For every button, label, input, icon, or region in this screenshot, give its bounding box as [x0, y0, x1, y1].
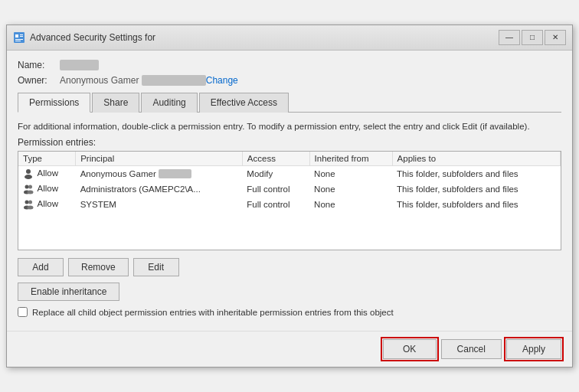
ok-button[interactable]: OK	[383, 339, 437, 359]
edit-button[interactable]: Edit	[133, 258, 179, 276]
owner-row: Owner: Anonymous Gamer Change	[18, 75, 561, 86]
row3-inherited: None	[309, 197, 392, 212]
tab-auditing[interactable]: Auditing	[141, 93, 197, 113]
change-link[interactable]: Change	[206, 75, 238, 86]
row2-principal: Administrators (GAMEPC2\A...	[76, 181, 243, 197]
tab-effective-access[interactable]: Effective Access	[199, 93, 289, 113]
name-row: Name:	[18, 60, 561, 70]
svg-rect-2	[20, 34, 23, 35]
permissions-table-container: Type Principal Access Inherited from App…	[18, 151, 561, 250]
col-principal: Principal	[76, 152, 243, 166]
svg-point-9	[28, 185, 32, 189]
close-button[interactable]: ✕	[545, 30, 566, 45]
title-bar-controls: — □ ✕	[499, 30, 566, 45]
user-group-icon	[23, 184, 34, 194]
permission-entries-label: Permission entries:	[18, 137, 561, 148]
window-icon	[13, 31, 25, 44]
row2-inherited: None	[309, 181, 392, 197]
title-bar-left: Advanced Security Settings for	[13, 31, 221, 44]
tab-permissions[interactable]: Permissions	[18, 93, 90, 113]
replace-permissions-checkbox[interactable]	[18, 307, 28, 317]
tab-share[interactable]: Share	[92, 93, 139, 113]
inheritance-btn-row: Enable inheritance	[18, 283, 561, 301]
svg-rect-4	[15, 39, 23, 40]
svg-point-13	[28, 201, 32, 204]
permissions-table: Type Principal Access Inherited from App…	[18, 152, 561, 212]
col-applies-to: Applies to	[392, 152, 560, 166]
info-text: For additional information, double-click…	[18, 120, 561, 132]
row3-access: Full control	[242, 197, 309, 212]
remove-button[interactable]: Remove	[68, 258, 129, 276]
row3-type: Allow	[18, 197, 76, 212]
owner-label: Owner:	[18, 75, 60, 86]
minimize-button[interactable]: —	[499, 30, 520, 45]
name-label: Name:	[18, 60, 60, 70]
apply-button[interactable]: Apply	[506, 339, 561, 359]
row1-applies-to: This folder, subfolders and files	[392, 166, 560, 182]
row1-principal-redacted	[159, 169, 191, 178]
svg-point-7	[25, 175, 32, 179]
row3-principal: SYSTEM	[76, 197, 243, 212]
action-buttons-row: Add Remove Edit	[18, 258, 561, 276]
user-single-icon	[23, 168, 34, 179]
table-header-row: Type Principal Access Inherited from App…	[18, 152, 561, 166]
owner-name: Anonymous Gamer	[60, 75, 139, 86]
table-row[interactable]: Allow Administrators (GAMEPC2\A... Full …	[18, 181, 561, 197]
dialog-content: Name: Owner: Anonymous Gamer Change Perm…	[7, 51, 572, 326]
col-type: Type	[18, 152, 76, 166]
row1-inherited: None	[309, 166, 392, 182]
name-value	[60, 60, 99, 70]
col-access: Access	[242, 152, 309, 166]
col-inherited-from: Inherited from	[309, 152, 392, 166]
svg-point-15	[28, 206, 34, 210]
maximize-button[interactable]: □	[522, 30, 543, 45]
table-row[interactable]: Allow SYSTEM Full control None This fold…	[18, 197, 561, 212]
add-button[interactable]: Add	[18, 258, 64, 276]
row2-type: Allow	[18, 181, 76, 197]
row3-applies-to: This folder, subfolders and files	[392, 197, 560, 212]
row1-type: Allow	[18, 166, 76, 182]
svg-point-11	[28, 191, 34, 194]
enable-inheritance-button[interactable]: Enable inheritance	[18, 283, 119, 301]
window-title: Advanced Security Settings for	[30, 32, 155, 43]
replace-permissions-label: Replace all child object permission entr…	[32, 308, 394, 317]
replace-permissions-row: Replace all child object permission entr…	[18, 307, 561, 317]
svg-rect-5	[15, 41, 21, 41]
tab-bar: Permissions Share Auditing Effective Acc…	[18, 92, 561, 113]
main-window: Advanced Security Settings for — □ ✕ Nam…	[6, 24, 573, 368]
user-group-icon-2	[23, 199, 34, 210]
dialog-footer: OK Cancel Apply	[7, 331, 572, 367]
row2-applies-to: This folder, subfolders and files	[392, 181, 560, 197]
svg-point-8	[25, 185, 29, 189]
svg-point-6	[26, 169, 31, 174]
svg-rect-1	[15, 34, 18, 38]
row2-access: Full control	[242, 181, 309, 197]
svg-point-12	[25, 201, 29, 204]
row1-principal: Anonymous Gamer	[76, 166, 243, 182]
row1-access: Modify	[242, 166, 309, 182]
table-row[interactable]: Allow Anonymous Gamer Modify None This f…	[18, 166, 561, 182]
cancel-button[interactable]: Cancel	[441, 339, 502, 359]
owner-email-redacted	[142, 75, 205, 86]
title-bar: Advanced Security Settings for — □ ✕	[7, 25, 572, 51]
svg-rect-3	[20, 36, 23, 37]
